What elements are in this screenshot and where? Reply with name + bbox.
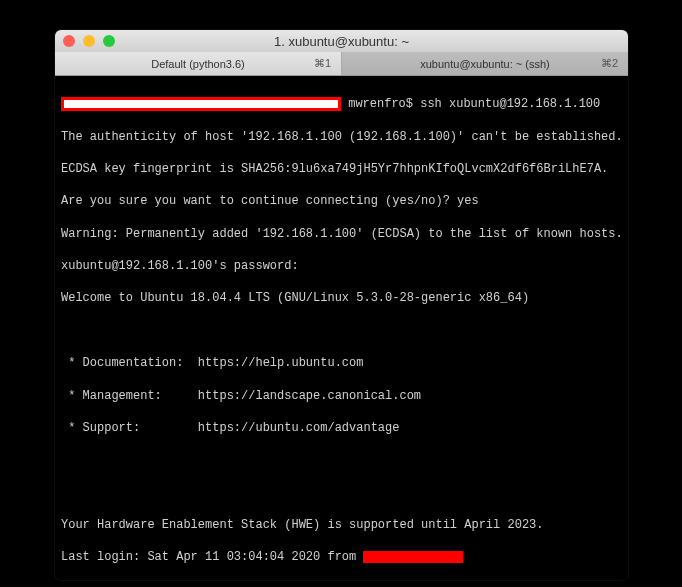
titlebar[interactable]: 1. xubuntu@xubuntu: ~: [55, 30, 628, 52]
tab-default[interactable]: Default (python3.6) ⌘1: [55, 52, 342, 75]
minimize-icon[interactable]: [83, 35, 95, 47]
redacted-box: [363, 551, 463, 563]
terminal-output[interactable]: mwrenfro$ ssh xubuntu@192.168.1.100 The …: [55, 76, 628, 580]
tab-shortcut: ⌘1: [314, 57, 331, 70]
output-line: ECDSA key fingerprint is SHA256:9lu6xa74…: [61, 161, 622, 177]
maximize-icon[interactable]: [103, 35, 115, 47]
redacted-box: [61, 97, 341, 111]
blank-gap: [61, 452, 622, 500]
text: mwrenfro$ ssh xubuntu@192.168.1.100: [341, 97, 600, 111]
output-line: * Support: https://ubuntu.com/advantage: [61, 420, 622, 436]
output-line: xubuntu@192.168.1.100's password:: [61, 258, 622, 274]
tab-bar: Default (python3.6) ⌘1 xubuntu@xubuntu: …: [55, 52, 628, 76]
traffic-lights: [63, 35, 115, 47]
output-line: Welcome to Ubuntu 18.04.4 LTS (GNU/Linux…: [61, 290, 622, 306]
tab-label: xubuntu@xubuntu: ~ (ssh): [420, 58, 550, 70]
text: Last login: Sat Apr 11 03:04:04 2020 fro…: [61, 550, 363, 564]
window-title: 1. xubuntu@xubuntu: ~: [55, 34, 628, 49]
tab-ssh[interactable]: xubuntu@xubuntu: ~ (ssh) ⌘2: [342, 52, 628, 75]
output-line: Last login: Sat Apr 11 03:04:04 2020 fro…: [61, 549, 622, 565]
output-line: The authenticity of host '192.168.1.100 …: [61, 129, 622, 145]
output-line: Are you sure you want to continue connec…: [61, 193, 622, 209]
close-icon[interactable]: [63, 35, 75, 47]
output-line: Your Hardware Enablement Stack (HWE) is …: [61, 517, 622, 533]
tab-label: Default (python3.6): [151, 58, 245, 70]
output-line: * Documentation: https://help.ubuntu.com: [61, 355, 622, 371]
blank-line: [61, 323, 622, 339]
output-line: Warning: Permanently added '192.168.1.10…: [61, 226, 622, 242]
output-line: mwrenfro$ ssh xubuntu@192.168.1.100: [61, 96, 622, 112]
output-line: * Management: https://landscape.canonica…: [61, 388, 622, 404]
terminal-window: 1. xubuntu@xubuntu: ~ Default (python3.6…: [55, 30, 628, 580]
tab-shortcut: ⌘2: [601, 57, 618, 70]
